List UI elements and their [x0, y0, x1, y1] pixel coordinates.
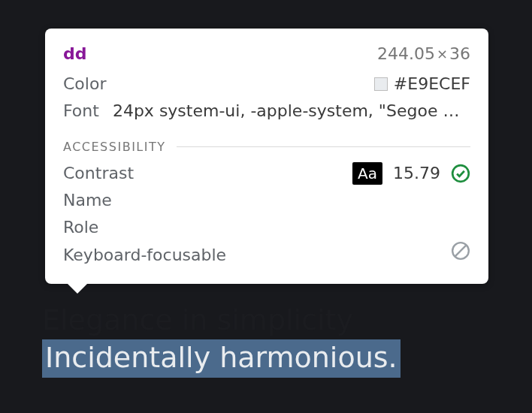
font-label: Font: [63, 98, 99, 125]
dimension-times-icon: ×: [435, 41, 449, 68]
keyboard-focusable-label: Keyboard-focusable: [63, 242, 226, 269]
contrast-aa-badge: Aa: [352, 162, 382, 185]
name-row: Name: [63, 187, 470, 214]
font-value: 24px system-ui, -apple-system, "Segoe UI…: [113, 98, 470, 125]
contrast-label: Contrast: [63, 160, 134, 187]
check-circle-icon: [451, 164, 470, 183]
color-swatch: [374, 77, 388, 91]
color-label: Color: [63, 71, 106, 98]
section-divider: [177, 146, 470, 147]
role-label: Role: [63, 214, 98, 241]
accessibility-section-title: Accessibility: [63, 140, 166, 154]
svg-line-2: [455, 245, 466, 256]
role-row: Role: [63, 214, 470, 241]
color-row: Color #E9ECEF: [63, 71, 470, 98]
keyboard-focusable-value: [451, 241, 470, 269]
not-allowed-icon: [451, 241, 470, 261]
highlighted-element-text[interactable]: Incidentally harmonious.: [42, 339, 401, 378]
dimension-height: 36: [449, 44, 470, 63]
dimension-width: 244.05: [377, 44, 435, 63]
font-row: Font 24px system-ui, -apple-system, "Seg…: [63, 98, 470, 125]
color-value: #E9ECEF: [394, 71, 470, 98]
contrast-value-group: Aa 15.79: [352, 160, 470, 187]
color-value-group: #E9ECEF: [374, 71, 470, 98]
element-inspector-tooltip: dd 244.05×36 Color #E9ECEF Font 24px sys…: [45, 29, 488, 284]
element-tag-name: dd: [63, 41, 87, 68]
name-label: Name: [63, 187, 112, 214]
page-background-text: Elegance in simplicity: [42, 303, 353, 336]
element-header-row: dd 244.05×36: [63, 41, 470, 68]
keyboard-focusable-row: Keyboard-focusable: [63, 241, 470, 269]
element-dimensions: 244.05×36: [377, 41, 470, 68]
contrast-row: Contrast Aa 15.79: [63, 160, 470, 187]
accessibility-section-header: Accessibility: [63, 140, 470, 154]
svg-point-0: [452, 165, 469, 182]
contrast-value: 15.79: [393, 160, 440, 187]
